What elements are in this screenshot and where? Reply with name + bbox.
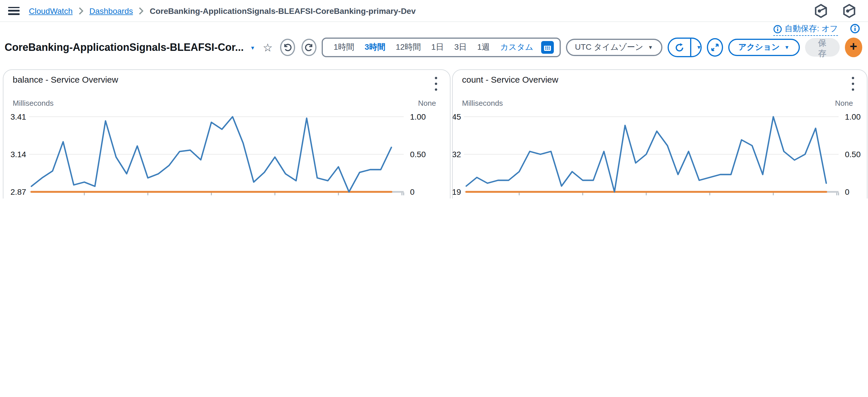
chart-canvas[interactable]: 2.451.002.320.502.19020:0020:3021:0021:3…	[453, 70, 867, 198]
breadcrumb: CloudWatch Dashboards CoreBanking-Applic…	[29, 6, 416, 15]
svg-text:3.41: 3.41	[10, 112, 26, 121]
svg-text:2.32: 2.32	[453, 150, 461, 159]
top-navigation-bar: CloudWatch Dashboards CoreBanking-Applic…	[0, 0, 868, 22]
svg-text:21:00: 21:00	[201, 197, 221, 198]
svg-text:0: 0	[845, 188, 849, 197]
time-range-custom[interactable]: カスタム	[495, 42, 538, 53]
fullscreen-icon	[710, 43, 720, 52]
actions-button[interactable]: アクション ▼	[728, 39, 800, 56]
breadcrumb-dashboards[interactable]: Dashboards	[90, 6, 133, 15]
chevron-down-icon: ▼	[696, 45, 702, 50]
svg-text:20:00: 20:00	[74, 197, 94, 198]
refresh-button[interactable]	[669, 39, 690, 56]
svg-text:20:30: 20:30	[572, 197, 593, 198]
chevron-right-icon	[139, 7, 144, 15]
time-range-1d[interactable]: 1日	[426, 42, 449, 53]
settings-hexagon-icon[interactable]	[842, 3, 857, 18]
hamburger-menu-icon[interactable]	[8, 7, 20, 15]
autosave-label: 自動保存: オフ	[784, 24, 838, 34]
autosave-toggle-link[interactable]: 自動保存: オフ	[773, 24, 838, 36]
undo-icon	[283, 43, 292, 52]
dashboard-toolbar: CoreBanking-ApplicationSignals-BLEAFSI-C…	[5, 33, 862, 61]
svg-text:1.00: 1.00	[410, 112, 426, 121]
svg-text:20:30: 20:30	[138, 197, 158, 198]
undo-button[interactable]	[280, 39, 295, 56]
info-icon	[773, 25, 782, 33]
chart-panel-balance: balance - Service Overview Milliseconds …	[3, 69, 451, 198]
actions-label: アクション	[738, 42, 780, 53]
info-icon[interactable]	[850, 24, 860, 33]
svg-text:2.45: 2.45	[453, 112, 461, 121]
cloudshell-icon[interactable]	[814, 3, 828, 18]
redo-icon	[304, 43, 313, 52]
svg-text:21:30: 21:30	[700, 197, 720, 198]
svg-text:2.19: 2.19	[453, 188, 461, 197]
svg-text:21:30: 21:30	[265, 197, 285, 198]
time-range-1w[interactable]: 1週	[472, 42, 495, 53]
calendar-icon	[543, 43, 551, 51]
time-range-1h[interactable]: 1時間	[328, 42, 360, 53]
svg-text:22:00: 22:00	[328, 197, 348, 198]
breadcrumb-current-dashboard: CoreBanking-ApplicationSignals-BLEAFSI-C…	[150, 6, 416, 15]
svg-text:22:30: 22:30	[392, 197, 412, 198]
svg-text:22:00: 22:00	[763, 197, 783, 198]
svg-text:20:00: 20:00	[509, 197, 529, 198]
chevron-down-icon: ▼	[648, 45, 653, 50]
fullscreen-button[interactable]	[707, 38, 723, 57]
timezone-label: UTC タイムゾーン	[575, 42, 643, 53]
time-range-3d[interactable]: 3日	[449, 42, 472, 53]
redo-button[interactable]	[302, 39, 316, 56]
favorite-star-icon[interactable]: ☆	[263, 41, 273, 54]
save-button[interactable]: 保存	[805, 38, 839, 57]
svg-text:2.87: 2.87	[10, 188, 26, 197]
chart-canvas[interactable]: 3.411.003.140.502.87020:0020:3021:0021:3…	[3, 70, 450, 198]
refresh-icon	[674, 42, 684, 52]
chart-panel-count: count - Service Overview Milliseconds No…	[452, 69, 867, 198]
svg-text:1.00: 1.00	[845, 112, 861, 121]
refresh-split-button: ▼	[667, 37, 702, 57]
svg-text:22:30: 22:30	[827, 197, 847, 198]
add-widget-button[interactable]: +	[845, 37, 862, 57]
svg-text:0: 0	[410, 188, 415, 197]
dashboard-title: CoreBanking-ApplicationSignals-BLEAFSI-C…	[5, 41, 244, 53]
time-range-12h[interactable]: 12時間	[391, 42, 426, 53]
chevron-right-icon	[79, 7, 84, 15]
svg-text:21:00: 21:00	[636, 197, 656, 198]
dashboard-title-caret-icon[interactable]: ▼	[250, 45, 255, 51]
chevron-down-icon: ▼	[784, 45, 789, 50]
cloudwatch-dashboard-page: CloudWatch Dashboards CoreBanking-Applic…	[0, 0, 868, 198]
breadcrumb-cloudwatch[interactable]: CloudWatch	[29, 6, 73, 15]
time-range-selector: 1時間 3時間 12時間 1日 3日 1週 カスタム	[321, 37, 560, 57]
svg-text:0.50: 0.50	[410, 150, 426, 159]
svg-text:3.14: 3.14	[10, 150, 26, 159]
svg-text:0.50: 0.50	[845, 150, 861, 159]
timezone-selector[interactable]: UTC タイムゾーン ▼	[566, 39, 662, 56]
time-range-3h-selected[interactable]: 3時間	[360, 42, 391, 53]
top-right-icons	[814, 3, 868, 18]
refresh-options-button[interactable]: ▼	[690, 39, 702, 56]
calendar-button[interactable]	[541, 41, 554, 54]
